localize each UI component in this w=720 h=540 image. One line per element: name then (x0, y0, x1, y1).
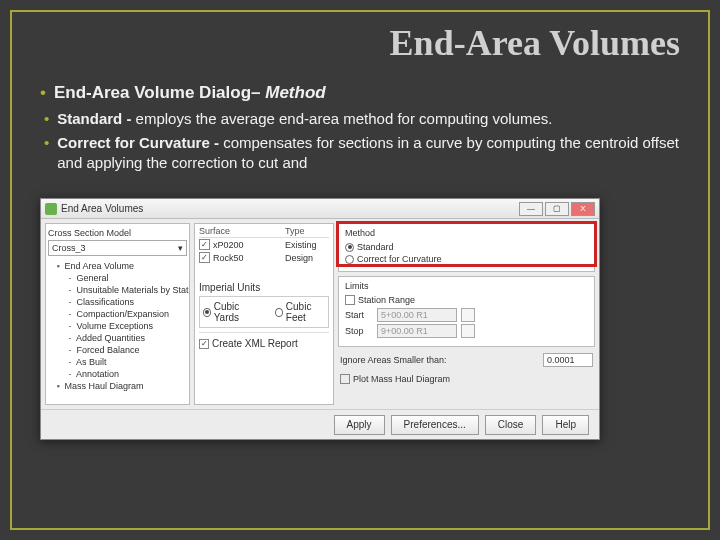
tree-item[interactable]: - Volume Exceptions (48, 320, 187, 332)
maximize-button[interactable]: ▢ (545, 202, 569, 216)
checkbox-icon (199, 339, 209, 349)
apply-button[interactable]: Apply (334, 415, 385, 435)
tree-root2[interactable]: ▪ Mass Haul Diagram (48, 380, 187, 392)
station-range-checkbox[interactable]: Station Range (345, 294, 588, 306)
tree-item[interactable]: - Classifications (48, 296, 187, 308)
dialog-title: End Area Volumes (61, 203, 519, 214)
radio-icon (345, 255, 354, 264)
checkbox-icon[interactable]: ✓ (199, 252, 210, 263)
bullet2-text: employs the average end-area method for … (136, 110, 553, 127)
app-icon (45, 203, 57, 215)
cross-section-value: Cross_3 (52, 243, 86, 253)
tree-item[interactable]: - As Built (48, 356, 187, 368)
radio-cubic-feet[interactable]: Cubic Feet (275, 300, 325, 324)
bullet1-label: End-Area Volume Dialog– (54, 83, 265, 102)
tree-root[interactable]: ▪ End Area Volume (48, 260, 187, 272)
tree-item[interactable]: - Compaction/Expansion (48, 308, 187, 320)
tree-item[interactable]: - Added Quantities (48, 332, 187, 344)
bullet2-bold: Standard - (57, 110, 135, 127)
col-type: Type (285, 226, 329, 236)
surface-row[interactable]: ✓ Rock50 Design (199, 251, 329, 264)
radio-icon (203, 308, 211, 317)
tree-item[interactable]: - Unsuitable Materials by Station (48, 284, 187, 296)
col-surface: Surface (199, 226, 285, 236)
limits-group: Limits Station Range Start 5+00.00 R1 St… (338, 276, 595, 347)
slide-title: End-Area Volumes (390, 22, 680, 64)
close-button[interactable]: X (571, 202, 595, 216)
stop-field[interactable]: 9+00.00 R1 (377, 324, 457, 338)
dialog-window: End Area Volumes — ▢ X Cross Section Mod… (40, 198, 600, 440)
surface-list: Surface Type ✓ xP0200 Existing ✓ Rock50 … (194, 223, 334, 405)
expand-icon: ▪ (54, 381, 62, 391)
start-label: Start (345, 310, 373, 320)
radio-correct-curvature[interactable]: Correct for Curvature (345, 253, 588, 265)
bullet-icon: • (44, 133, 49, 174)
create-xml-checkbox[interactable]: Create XML Report (199, 337, 298, 350)
radio-cubic-yards[interactable]: Cubic Yards (203, 300, 257, 324)
radio-icon (275, 308, 283, 317)
method-group: Method Standard Correct for Curvature (338, 223, 595, 272)
slide-content: • End-Area Volume Dialog– Method • Stand… (40, 82, 680, 178)
pick-start-button[interactable] (461, 308, 475, 322)
bullet-icon: • (40, 82, 46, 105)
surface-row[interactable]: ✓ xP0200 Existing (199, 238, 329, 251)
checkbox-icon[interactable]: ✓ (199, 239, 210, 250)
stop-label: Stop (345, 326, 373, 336)
plot-mass-haul-checkbox[interactable]: Plot Mass Haul Diagram (340, 373, 593, 385)
pick-stop-button[interactable] (461, 324, 475, 338)
close-dialog-button[interactable]: Close (485, 415, 537, 435)
ignore-label: Ignore Areas Smaller than: (340, 355, 539, 365)
tree-pane: Cross Section Model Cross_3 ▾ ▪ End Area… (45, 223, 190, 405)
chevron-down-icon: ▾ (178, 243, 183, 253)
preferences-button[interactable]: Preferences... (391, 415, 479, 435)
ignore-field[interactable]: 0.0001 (543, 353, 593, 367)
bullet3-bold: Correct for Curvature - (57, 134, 223, 151)
units-group-title: Imperial Units (199, 282, 329, 293)
method-title: Method (345, 228, 588, 238)
tree-item[interactable]: - Forced Balance (48, 344, 187, 356)
tree-item[interactable]: - General (48, 272, 187, 284)
radio-standard[interactable]: Standard (345, 241, 588, 253)
radio-icon (345, 243, 354, 252)
checkbox-icon (345, 295, 355, 305)
minimize-button[interactable]: — (519, 202, 543, 216)
dialog-titlebar[interactable]: End Area Volumes — ▢ X (41, 199, 599, 219)
bullet-icon: • (44, 109, 49, 129)
start-field[interactable]: 5+00.00 R1 (377, 308, 457, 322)
dialog-footer: Apply Preferences... Close Help (41, 409, 599, 439)
tree-item[interactable]: - Annotation (48, 368, 187, 380)
help-button[interactable]: Help (542, 415, 589, 435)
bullet1-method: Method (265, 83, 325, 102)
checkbox-icon (340, 374, 350, 384)
cross-section-select[interactable]: Cross_3 ▾ (48, 240, 187, 256)
collapse-icon: ▪ (54, 261, 62, 271)
limits-title: Limits (345, 281, 588, 291)
tree-label: Cross Section Model (48, 228, 187, 238)
